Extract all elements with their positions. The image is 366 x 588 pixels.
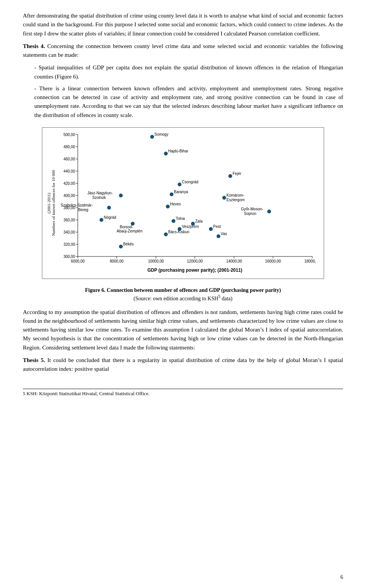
label-borsod2: Abaúj-Zemplén bbox=[117, 229, 143, 233]
label-zala: Zala bbox=[195, 219, 203, 223]
label-gyor: Győr-Moson- bbox=[241, 207, 263, 211]
svg-text:8000,00: 8000,00 bbox=[110, 259, 124, 263]
svg-text:420,00: 420,00 bbox=[63, 181, 75, 186]
svg-text:14000,00: 14000,00 bbox=[226, 259, 242, 263]
label-borsod: Borsod- bbox=[120, 225, 133, 229]
figure-caption-normal: (Source: own edition according to KSH bbox=[133, 296, 218, 301]
label-jasz2: Szolnok bbox=[92, 195, 106, 200]
point-somogy bbox=[150, 135, 154, 139]
label-tolna: Tolna bbox=[176, 216, 185, 221]
label-komarom2: Esztergom bbox=[226, 198, 245, 202]
point-gyor bbox=[267, 210, 271, 213]
y-axis-label: Numbers of known offences for 10 000(200… bbox=[45, 170, 57, 236]
label-hajdu: Hajdú-Bihar bbox=[168, 149, 188, 153]
point-nograd bbox=[100, 218, 103, 222]
thesis5-paragraph: Thesis 5. It could be concluded that the… bbox=[23, 356, 343, 374]
point-hajdu bbox=[164, 152, 168, 155]
svg-text:6000,00: 6000,00 bbox=[71, 259, 85, 263]
scatter-chart: 300,00 320,00 340,00 360,00 380,00 400,0… bbox=[57, 131, 316, 276]
footnote-text: 5 KSH: Központi Statisztikai Hivatal, Ce… bbox=[23, 391, 343, 397]
bullet2-block: - There is a linear connection between k… bbox=[34, 84, 343, 120]
point-vas bbox=[217, 234, 220, 238]
svg-text:460,00: 460,00 bbox=[63, 157, 75, 161]
figure-caption: Figure 6. Connection between number of o… bbox=[23, 287, 343, 303]
label-szabolcs2: Bereg bbox=[78, 208, 88, 212]
label-gyor2: Sopron bbox=[244, 211, 256, 216]
point-jasz bbox=[119, 194, 123, 197]
point-csongrad bbox=[178, 183, 181, 186]
point-bacs bbox=[164, 232, 168, 236]
svg-text:340,00: 340,00 bbox=[63, 230, 75, 234]
figure-caption-end: data) bbox=[220, 296, 232, 301]
intro-paragraph: After demonstrating the spatial distribu… bbox=[23, 11, 343, 38]
para-after: According to my assumption the spatial d… bbox=[23, 308, 343, 352]
svg-text:16000,00: 16000,00 bbox=[265, 259, 281, 263]
svg-text:12000,00: 12000,00 bbox=[187, 259, 203, 263]
thesis4-label: Thesis 4. bbox=[23, 43, 45, 49]
point-heves bbox=[166, 205, 170, 208]
bullet1-block: - Spatial inequalities of GDP per capita… bbox=[34, 63, 343, 81]
point-komarom bbox=[222, 196, 226, 200]
label-vas: Vas bbox=[221, 232, 227, 236]
svg-rect-0 bbox=[78, 135, 312, 256]
label-bekes: Békés bbox=[123, 242, 134, 246]
label-jasz: Jász-Nagykun- bbox=[87, 191, 113, 195]
svg-text:320,00: 320,00 bbox=[63, 242, 75, 247]
point-pest bbox=[209, 227, 213, 231]
label-bacs: Bács-Kiskun bbox=[168, 230, 189, 234]
figure-caption-bold: Figure 6. Connection between number of o… bbox=[85, 287, 281, 293]
label-heves: Heves bbox=[170, 202, 181, 206]
thesis5-label: Thesis 5. bbox=[23, 357, 45, 363]
thesis4-text: Concerning the connection between county… bbox=[23, 43, 343, 58]
label-veszprem: Veszprém bbox=[182, 224, 199, 229]
label-somogy: Somogy bbox=[154, 132, 169, 136]
label-nograd: Nógrád bbox=[104, 215, 116, 219]
point-bekes bbox=[119, 245, 123, 248]
point-fejer bbox=[228, 174, 232, 178]
label-komarom: Komárom- bbox=[226, 193, 244, 197]
footnote: 5 KSH: Központi Statisztikai Hivatal, Ce… bbox=[23, 389, 343, 397]
svg-text:440,00: 440,00 bbox=[63, 169, 75, 173]
chart-wrapper: Numbers of known offences for 10 000(200… bbox=[45, 131, 321, 276]
thesis4-paragraph: Thesis 4. Concerning the connection betw… bbox=[23, 42, 343, 60]
point-szabolcs bbox=[107, 206, 111, 210]
label-baranya: Baranya bbox=[174, 190, 188, 194]
svg-text:400,00: 400,00 bbox=[63, 194, 75, 198]
bullet2-text: - There is a linear connection between k… bbox=[34, 84, 343, 120]
point-baranya bbox=[170, 192, 173, 196]
page-number: 6 bbox=[340, 574, 343, 580]
svg-text:18000,00: 18000,00 bbox=[304, 259, 316, 263]
figure6-container: Numbers of known offences for 10 000(200… bbox=[42, 127, 324, 279]
point-tolna bbox=[172, 219, 175, 223]
label-fejer: Fejér bbox=[233, 171, 241, 176]
x-axis-label: GDP (purchasing power parity); (2001-201… bbox=[147, 268, 242, 273]
svg-text:10000,00: 10000,00 bbox=[148, 259, 164, 263]
bullet1-text: - Spatial inequalities of GDP per capita… bbox=[34, 63, 343, 81]
svg-text:300,00: 300,00 bbox=[63, 255, 75, 259]
label-csongrad: Csongrád bbox=[182, 180, 198, 184]
label-pest: Pest bbox=[213, 224, 221, 229]
label-szabolcs: Szabolcs-Szatmár- bbox=[61, 203, 93, 207]
svg-text:360,00: 360,00 bbox=[63, 218, 75, 222]
svg-text:500,00: 500,00 bbox=[63, 133, 75, 137]
svg-text:480,00: 480,00 bbox=[63, 145, 75, 149]
thesis5-text: It could be concluded that there is a re… bbox=[23, 357, 343, 372]
